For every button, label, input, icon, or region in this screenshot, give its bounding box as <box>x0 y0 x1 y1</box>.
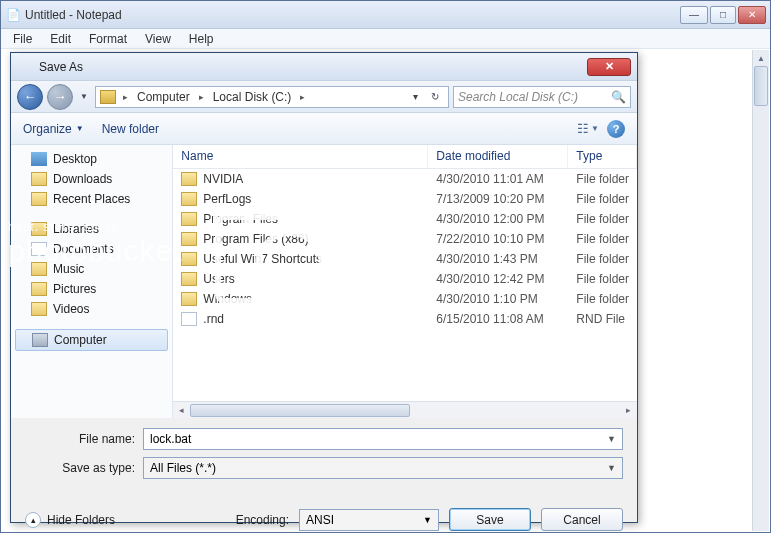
close-button[interactable]: ✕ <box>738 6 766 24</box>
minimize-button[interactable]: — <box>680 6 708 24</box>
file-row[interactable]: Users4/30/2010 12:42 PMFile folder <box>173 269 637 289</box>
menu-file[interactable]: File <box>5 30 40 48</box>
address-dropdown[interactable]: ▾ <box>406 88 424 106</box>
view-options-button[interactable]: ☷▼ <box>577 119 599 139</box>
breadcrumb-drive[interactable]: Local Disk (C:) <box>211 90 294 104</box>
chevron-down-icon[interactable]: ▼ <box>607 434 616 444</box>
tree-label: Recent Places <box>53 192 130 206</box>
tree-label: Desktop <box>53 152 97 166</box>
encoding-combo[interactable]: ANSI▼ <box>299 509 439 531</box>
file-type: File folder <box>568 272 637 286</box>
file-type: File folder <box>568 292 637 306</box>
tree-label: Documents <box>53 242 114 256</box>
file-row[interactable]: Windows4/30/2010 1:10 PMFile folder <box>173 289 637 309</box>
chevron-down-icon[interactable]: ▼ <box>607 463 616 473</box>
scroll-up-icon[interactable]: ▲ <box>753 50 769 66</box>
tree-item[interactable]: Downloads <box>11 169 172 189</box>
search-placeholder: Search Local Disk (C:) <box>458 90 578 104</box>
file-date: 4/30/2010 12:42 PM <box>428 272 568 286</box>
maximize-button[interactable]: □ <box>710 6 736 24</box>
chevron-right-icon[interactable]: ▸ <box>196 92 207 102</box>
scroll-left-icon[interactable]: ◂ <box>173 405 190 415</box>
tree-item[interactable]: Recent Places <box>11 189 172 209</box>
column-headers[interactable]: Name Date modified Type <box>173 145 637 169</box>
cancel-button[interactable]: Cancel <box>541 508 623 531</box>
file-name: .rnd <box>203 312 224 326</box>
file-type: File folder <box>568 212 637 226</box>
chevron-down-icon[interactable]: ▼ <box>423 515 432 525</box>
file-row[interactable]: Useful Win7 Shortcuts4/30/2010 1:43 PMFi… <box>173 249 637 269</box>
horizontal-scrollbar[interactable]: ◂ ▸ <box>173 401 637 418</box>
folder-icon <box>31 222 47 236</box>
file-type: File folder <box>568 252 637 266</box>
file-type: RND File <box>568 312 637 326</box>
breadcrumb-computer[interactable]: Computer <box>135 90 192 104</box>
scroll-thumb[interactable] <box>190 404 410 417</box>
folder-icon <box>31 172 47 186</box>
file-row[interactable]: PerfLogs7/13/2009 10:20 PMFile folder <box>173 189 637 209</box>
scroll-thumb[interactable] <box>754 66 768 106</box>
tree-item[interactable]: Pictures <box>11 279 172 299</box>
dialog-titlebar[interactable]: Save As ✕ <box>11 53 637 81</box>
forward-button[interactable]: → <box>47 84 73 110</box>
file-type: File folder <box>568 192 637 206</box>
file-icon <box>181 312 197 326</box>
organize-button[interactable]: Organize▼ <box>23 122 84 136</box>
doc-icon <box>31 242 47 256</box>
tree-item[interactable]: Desktop <box>11 149 172 169</box>
tree-item[interactable]: Documents <box>11 239 172 259</box>
help-button[interactable]: ? <box>607 120 625 138</box>
back-button[interactable]: ← <box>17 84 43 110</box>
file-row[interactable]: Program Files4/30/2010 12:00 PMFile fold… <box>173 209 637 229</box>
col-type[interactable]: Type <box>568 145 637 168</box>
folder-icon <box>31 262 47 276</box>
save-button[interactable]: Save <box>449 508 531 531</box>
file-row[interactable]: NVIDIA4/30/2010 11:01 AMFile folder <box>173 169 637 189</box>
scroll-right-icon[interactable]: ▸ <box>620 405 637 415</box>
menu-edit[interactable]: Edit <box>42 30 79 48</box>
tree-label: Computer <box>54 333 107 347</box>
file-date: 4/30/2010 1:43 PM <box>428 252 568 266</box>
hide-folders-button[interactable]: ▴ Hide Folders <box>25 512 115 528</box>
chevron-right-icon[interactable]: ▸ <box>297 92 308 102</box>
refresh-button[interactable]: ↻ <box>426 88 444 106</box>
saveastype-combo[interactable]: All Files (*.*)▼ <box>143 457 623 479</box>
file-row[interactable]: Program Files (x86)7/22/2010 10:10 PMFil… <box>173 229 637 249</box>
notepad-scrollbar[interactable]: ▲ <box>752 50 769 531</box>
col-name[interactable]: Name <box>173 145 428 168</box>
dialog-title: Save As <box>39 60 587 74</box>
search-icon[interactable]: 🔍 <box>611 90 626 104</box>
notepad-menubar: File Edit Format View Help <box>1 29 770 49</box>
file-row[interactable]: .rnd6/15/2010 11:08 AMRND File <box>173 309 637 329</box>
notepad-titlebar[interactable]: 📄 Untitled - Notepad — □ ✕ <box>1 1 770 29</box>
folder-icon <box>181 172 197 186</box>
filename-input[interactable]: lock.bat▼ <box>143 428 623 450</box>
tree-item[interactable]: Videos <box>11 299 172 319</box>
notepad-icon: 📄 <box>5 7 21 23</box>
menu-help[interactable]: Help <box>181 30 222 48</box>
col-date[interactable]: Date modified <box>428 145 568 168</box>
address-bar[interactable]: ▸ Computer ▸ Local Disk (C:) ▸ ▾ ↻ <box>95 86 449 108</box>
file-date: 7/13/2009 10:20 PM <box>428 192 568 206</box>
chevron-up-icon: ▴ <box>25 512 41 528</box>
file-list[interactable]: Name Date modified Type NVIDIA4/30/2010 … <box>173 145 637 418</box>
toolbar: Organize▼ New folder ☷▼ ? <box>11 113 637 145</box>
new-folder-button[interactable]: New folder <box>102 122 159 136</box>
file-name: Windows <box>203 292 252 306</box>
menu-format[interactable]: Format <box>81 30 135 48</box>
nav-tree[interactable]: DesktopDownloadsRecent PlacesLibrariesDo… <box>11 145 173 418</box>
file-date: 4/30/2010 1:10 PM <box>428 292 568 306</box>
folder-icon <box>181 252 197 266</box>
tree-item[interactable]: Computer <box>15 329 168 351</box>
nav-history-dropdown[interactable]: ▼ <box>77 92 91 101</box>
file-type: File folder <box>568 232 637 246</box>
chevron-right-icon[interactable]: ▸ <box>120 92 131 102</box>
search-input[interactable]: Search Local Disk (C:) 🔍 <box>453 86 631 108</box>
menu-view[interactable]: View <box>137 30 179 48</box>
tree-item[interactable]: Libraries <box>11 219 172 239</box>
dialog-close-button[interactable]: ✕ <box>587 58 631 76</box>
file-name: Program Files <box>203 212 278 226</box>
file-name: Program Files (x86) <box>203 232 308 246</box>
tree-item[interactable]: Music <box>11 259 172 279</box>
file-type: File folder <box>568 172 637 186</box>
